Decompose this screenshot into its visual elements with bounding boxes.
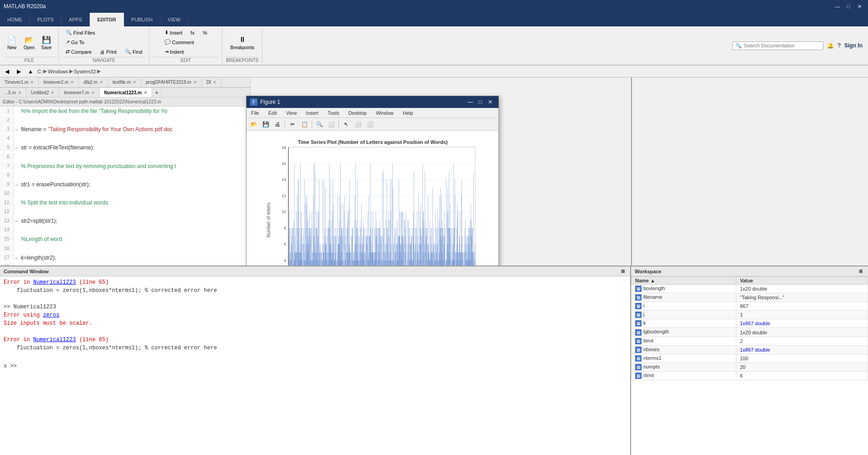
figure-close-button[interactable]: ✕ [486, 98, 495, 106]
fig-tool-data-cursor[interactable]: ⬜ [365, 119, 375, 129]
tab-timeever7[interactable]: timeever7.m ✕ [59, 88, 99, 97]
fig-tool-copy[interactable]: 📋 [299, 119, 310, 129]
fig-tool-open[interactable]: 📂 [248, 119, 259, 129]
forward-button[interactable]: ▶ [14, 66, 24, 77]
search-documentation-input[interactable] [744, 43, 820, 48]
minimize-button[interactable]: — [832, 2, 842, 11]
cmd-content[interactable]: Error in Numerical1223 (line 65) fluctua… [0, 276, 630, 455]
help-button[interactable]: ? [837, 42, 841, 49]
back-button[interactable]: ◀ [2, 66, 12, 77]
compare-button[interactable]: ⇄ Compare [62, 47, 95, 56]
tab-plots[interactable]: PLOTS [30, 13, 62, 26]
tab-timeever2-close[interactable]: ✕ [70, 80, 74, 85]
fig-menu-tools[interactable]: Tools [323, 109, 344, 117]
col-value[interactable]: Value [736, 277, 868, 285]
breadcrumb-item-system[interactable]: System32 [74, 69, 96, 74]
var-name-rlimit[interactable]: ▦rlimit [632, 371, 736, 380]
tab-progdfa-close[interactable]: ✕ [193, 80, 197, 85]
tab-timeever7-close[interactable]: ✕ [91, 90, 95, 95]
open-button[interactable]: 📂 Open [21, 33, 37, 51]
fig-menu-view[interactable]: View [282, 109, 302, 117]
workspace-content[interactable]: Name ▲ Value ▦boxlength 1x20 double ▦fil… [631, 276, 868, 455]
tab-5m[interactable]: ...5.m ✕ [0, 88, 26, 97]
fig-menu-desktop[interactable]: Desktop [344, 109, 371, 117]
cmd-link-numerical-1[interactable]: Numerical1223 [33, 279, 76, 286]
up-button[interactable]: ▲ [26, 66, 36, 77]
tab-add[interactable]: + [152, 88, 162, 97]
close-button[interactable]: ✕ [854, 2, 864, 11]
tab-numerical[interactable]: Numerical1223.m ✕ [100, 88, 152, 97]
tab-dfa2-close[interactable]: ✕ [99, 80, 103, 85]
indent-button[interactable]: ⇥ Indent [161, 47, 187, 56]
tab-dfa2[interactable]: dfa2.m ✕ [79, 77, 108, 87]
notifications-icon[interactable]: 🔔 [827, 42, 834, 49]
var-name-numpts[interactable]: ▦numpts [632, 363, 736, 371]
fig-tool-zoom-out[interactable]: ⬜ [326, 119, 337, 129]
figure-maximize-button[interactable]: □ [476, 98, 485, 106]
tab-progdfa[interactable]: progDFAHRTE2019.m ✕ [141, 77, 202, 87]
workspace-expand[interactable]: ⊞ [857, 268, 864, 275]
tab-publish[interactable]: PUBLISH [124, 13, 160, 26]
cmd-input[interactable] [19, 363, 627, 369]
var-name-filename[interactable]: ▦filename [632, 293, 736, 302]
find-button[interactable]: 🔍 Find [122, 47, 145, 56]
tab-view[interactable]: VIEW [160, 13, 188, 26]
fig-tool-save[interactable]: 💾 [260, 119, 271, 129]
var-link-k[interactable]: 1x867 double [740, 321, 770, 326]
fig-menu-window[interactable]: Window [371, 109, 398, 117]
var-name-llimit[interactable]: ▦llimit [632, 337, 736, 345]
var-name-k[interactable]: ▦k [632, 319, 736, 328]
fig-tool-cut[interactable]: ✂ [287, 119, 298, 129]
signin-button[interactable]: Sign In [844, 42, 863, 49]
fig-menu-insert[interactable]: Insert [301, 109, 323, 117]
fx-button[interactable]: fx [187, 29, 198, 37]
cmd-link-numerical-2[interactable]: Numerical1223 [33, 337, 76, 343]
tab-apps[interactable]: APPS [62, 13, 90, 26]
code-scroll-area[interactable]: 1 %% Import the text from the file "Taki… [0, 107, 250, 266]
maximize-button[interactable]: □ [843, 2, 853, 11]
var-name-boxlength[interactable]: ▦boxlength [632, 285, 736, 293]
var-name-i[interactable]: ▦i [632, 302, 736, 311]
tab-textfile-close[interactable]: ✕ [133, 80, 136, 85]
fig-menu-edit[interactable]: Edit [264, 109, 282, 117]
tab-editor[interactable]: EDITOR [90, 13, 123, 26]
search-documentation-box[interactable]: 🔍 [732, 41, 823, 50]
tab-untitled2-close[interactable]: ✕ [51, 90, 54, 95]
fig-tool-zoom-in[interactable]: 🔍 [314, 119, 325, 129]
figure-minimize-button[interactable]: — [466, 98, 475, 106]
comment-button[interactable]: 💬 Comment [161, 38, 197, 46]
cmd-win-expand[interactable]: ⊞ [619, 268, 627, 275]
tab-timeever2[interactable]: timeever2.m ✕ [39, 77, 79, 87]
tab-home[interactable]: HOME [0, 13, 30, 26]
percent-button[interactable]: % [200, 29, 211, 37]
var-name-nterms1[interactable]: ▦nterms1 [632, 354, 736, 363]
tab-timever1-close[interactable]: ✕ [30, 80, 34, 85]
go-to-button[interactable]: ↗ Go To [62, 38, 87, 46]
var-name-lgboxlength[interactable]: ▦lgboxlength [632, 328, 736, 337]
find-files-button[interactable]: 🔍 Find Files [62, 28, 98, 37]
fig-tool-print[interactable]: 🖨 [272, 119, 283, 129]
tab-numerical-close[interactable]: ✕ [144, 90, 147, 95]
fig-menu-file[interactable]: File [247, 109, 264, 117]
insert-button[interactable]: ⬇ Insert [161, 28, 186, 37]
save-button[interactable]: 💾 Save [38, 33, 55, 51]
fig-tool-cursor[interactable]: ↖ [341, 119, 352, 129]
new-button[interactable]: 📄 New [4, 33, 20, 51]
breadcrumb-item[interactable]: C: [37, 69, 42, 74]
var-name-nboxes[interactable]: ▦nboxes [632, 345, 736, 354]
print-button[interactable]: 🖨 Print [97, 48, 120, 56]
var-name-j[interactable]: ▦j [632, 311, 736, 319]
fig-menu-help[interactable]: Help [398, 109, 418, 117]
tab-textfile[interactable]: textfile.m ✕ [108, 77, 141, 87]
var-link-nboxes[interactable]: 1x867 double [740, 347, 770, 353]
tab-5m-close[interactable]: ✕ [18, 90, 21, 95]
breakpoints-button[interactable]: ⏸ Breakpoints [228, 33, 257, 51]
breadcrumb-item-windows[interactable]: Windows [48, 69, 68, 74]
tab-df[interactable]: Df ✕ [202, 77, 221, 87]
col-name[interactable]: Name ▲ [632, 277, 736, 285]
tab-untitled2[interactable]: Untitled2 ✕ [26, 88, 59, 97]
tab-df-close[interactable]: ✕ [213, 80, 216, 85]
cmd-link-zeros[interactable]: zeros [43, 312, 59, 318]
fig-tool-rotate[interactable]: ⬜ [353, 119, 364, 129]
tab-timever1[interactable]: Timever1.m ✕ [0, 77, 39, 87]
